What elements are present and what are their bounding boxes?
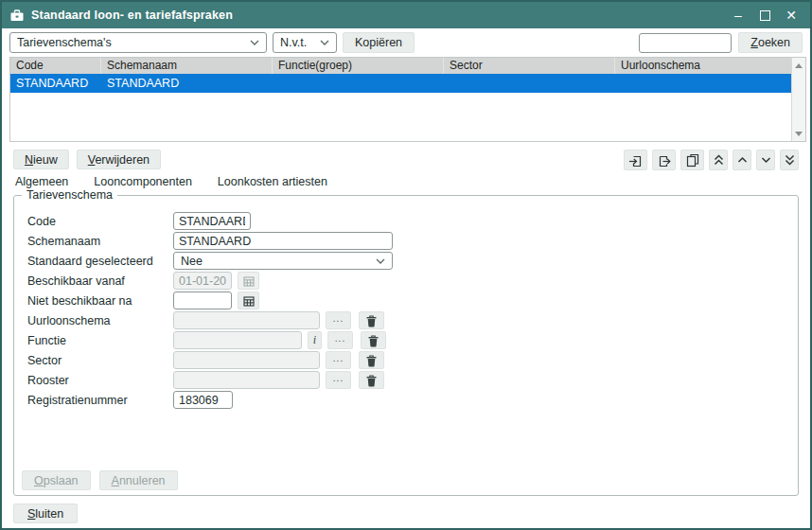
window-title: Standaard loon- en tariefafspraken [31, 9, 720, 22]
registratienummer-label: Registratienummer [27, 394, 173, 407]
sector-lookup-button[interactable]: ... [326, 351, 351, 369]
beschikbaar-vanaf-label: Beschikbaar vanaf [27, 274, 173, 288]
chevron-double-down-icon [784, 154, 796, 166]
record-actions: Nieuw Verwijderen [13, 150, 161, 169]
scroll-up-icon[interactable] [792, 59, 805, 72]
standaard-geselecteerd-value: Nee [181, 255, 203, 268]
rooster-clear-button[interactable] [359, 371, 384, 389]
previous-record-button[interactable] [733, 150, 751, 170]
chevron-up-icon [736, 156, 749, 164]
functie-label: Functie [27, 334, 173, 347]
chevron-down-icon [370, 258, 385, 264]
schemanaam-field[interactable] [173, 232, 393, 250]
delete-button-label: Verwijderen [88, 153, 150, 167]
filter-select[interactable]: N.v.t. [273, 32, 337, 53]
copy-button-label: Kopiëren [355, 36, 402, 49]
registratienummer-field[interactable] [173, 391, 233, 409]
column-header-code[interactable]: Code [10, 58, 101, 74]
column-header-sector[interactable]: Sector [444, 58, 615, 74]
search-button[interactable]: Zoeken [738, 32, 803, 53]
scroll-down-icon[interactable] [792, 127, 805, 140]
maximize-icon [760, 10, 770, 21]
cancel-button-label: Annuleren [112, 474, 166, 487]
first-record-button[interactable] [709, 150, 728, 170]
close-dialog-button[interactable]: Sluiten [13, 504, 78, 523]
standaard-geselecteerd-select[interactable]: Nee [173, 252, 393, 270]
new-button[interactable]: Nieuw [13, 150, 69, 169]
save-button[interactable]: Opslaan [22, 470, 91, 490]
column-header-schemanaam[interactable]: Schemanaam [101, 58, 273, 74]
calendar-icon [243, 275, 255, 287]
table-row-selected[interactable]: STANDAARD STANDAARD [10, 74, 791, 93]
form-actions: Opslaan Annuleren [22, 470, 178, 490]
rooster-field [173, 371, 320, 389]
briefcase-icon [9, 9, 25, 22]
uurloonschema-field [173, 311, 320, 329]
new-button-label: Nieuw [25, 153, 58, 167]
uurloonschema-clear-button[interactable] [359, 311, 384, 329]
filter-select-value: N.v.t. [280, 36, 307, 49]
cell-code: STANDAARD [10, 77, 101, 90]
sector-clear-button[interactable] [359, 351, 384, 369]
schema-table: Code Schemanaam Functie(groep) Sector Uu… [9, 57, 806, 142]
chevron-down-icon [760, 156, 772, 164]
sector-field [173, 351, 320, 369]
minimize-button[interactable]: – [727, 5, 750, 26]
chevron-down-icon [244, 40, 259, 45]
standaard-geselecteerd-label: Standaard geselecteerd [27, 255, 173, 268]
next-record-button[interactable] [756, 150, 775, 170]
groupbox-legend: Tarievenschema [22, 188, 117, 202]
niet-beschikbaar-na-label: Niet beschikbaar na [27, 294, 173, 308]
last-record-button[interactable] [780, 150, 799, 170]
tab-loonkosten-artiesten[interactable]: Loonkosten artiesten [218, 175, 327, 188]
table-header: Code Schemanaam Functie(groep) Sector Uu… [10, 58, 791, 74]
trash-icon [365, 374, 378, 387]
column-header-uurloonschema[interactable]: Uurloonschema [615, 58, 791, 74]
code-label: Code [27, 215, 173, 228]
schema-type-select-value: Tarievenschema's [17, 36, 112, 49]
tab-bar: Algemeen Looncomponenten Loonkosten arti… [15, 175, 327, 188]
search-button-label: Zoeken [750, 36, 790, 49]
chevron-down-icon [314, 40, 329, 45]
functie-info-button[interactable]: i [308, 331, 322, 349]
tab-looncomponenten[interactable]: Looncomponenten [94, 175, 192, 188]
rooster-lookup-button[interactable]: ... [326, 371, 351, 389]
dialog-window: Standaard loon- en tariefafspraken – ✕ T… [0, 0, 812, 530]
search-input[interactable] [639, 33, 732, 53]
import-button[interactable] [624, 150, 647, 170]
duplicate-button[interactable] [680, 150, 704, 170]
niet-beschikbaar-na-calendar-button[interactable] [238, 292, 259, 309]
maximize-button[interactable] [753, 5, 776, 26]
tarievenschema-groupbox: Tarievenschema Code Schemanaam Standaard… [13, 195, 799, 496]
beschikbaar-vanaf-calendar-button [238, 272, 259, 290]
close-button[interactable]: ✕ [780, 5, 803, 26]
code-field[interactable] [173, 212, 251, 230]
trash-icon [365, 314, 378, 327]
rooster-label: Rooster [27, 374, 173, 387]
calendar-icon [243, 295, 255, 307]
column-header-functiegroep[interactable]: Functie(groep) [273, 58, 444, 74]
toolbar: Tarievenschema's N.v.t. Kopiëren Zoeken [9, 32, 803, 53]
trash-icon [365, 354, 378, 367]
delete-button[interactable]: Verwijderen [77, 150, 161, 169]
schema-type-select[interactable]: Tarievenschema's [9, 32, 267, 53]
chevron-double-up-icon [713, 154, 725, 166]
export-button[interactable] [652, 150, 676, 170]
beschikbaar-vanaf-field [173, 272, 232, 290]
trash-icon [367, 334, 380, 347]
cancel-button[interactable]: Annuleren [99, 470, 178, 490]
navigation-icons [624, 150, 799, 170]
table-scrollbar[interactable] [791, 58, 805, 141]
niet-beschikbaar-na-field[interactable] [173, 292, 232, 309]
functie-field [173, 331, 302, 349]
copy-button[interactable]: Kopiëren [343, 32, 415, 53]
tab-algemeen[interactable]: Algemeen [15, 175, 68, 188]
functie-lookup-button[interactable]: ... [327, 331, 353, 349]
sector-label: Sector [27, 354, 173, 367]
uurloonschema-lookup-button[interactable]: ... [326, 311, 351, 329]
close-dialog-button-label: Sluiten [27, 507, 63, 521]
functie-clear-button[interactable] [361, 331, 386, 349]
copy-icon [686, 153, 699, 168]
import-icon [628, 153, 643, 168]
uurloonschema-label: Uurloonschema [27, 314, 173, 327]
